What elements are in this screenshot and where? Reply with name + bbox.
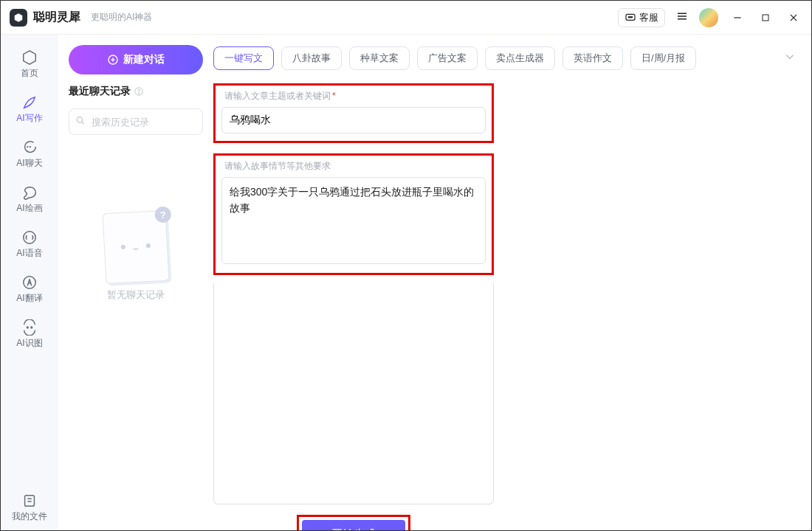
sidebar-item-translate[interactable]: AI翻译 — [1, 267, 58, 312]
sidebar-item-voice[interactable]: AI语音 — [1, 222, 58, 267]
history-search-input[interactable] — [69, 108, 203, 135]
generate-button[interactable]: 开始生成 — [302, 520, 405, 530]
app-logo-icon — [10, 9, 27, 27]
svg-rect-8 — [763, 15, 768, 21]
sidebar-item-label: AI聊天 — [16, 157, 42, 170]
category-row: 一键写文 八卦故事 种草文案 广告文案 卖点生成器 英语作文 日/周/月报 — [213, 46, 796, 70]
avatar[interactable] — [699, 8, 718, 27]
empty-history: ? 暂无聊天记录 — [69, 212, 203, 302]
support-label: 客服 — [639, 11, 658, 24]
new-chat-label: 新建对话 — [123, 53, 165, 66]
category-pill[interactable]: 卖点生成器 — [485, 46, 555, 70]
new-chat-button[interactable]: 新建对话 — [69, 45, 203, 74]
menu-button[interactable] — [675, 10, 689, 26]
generate-button-highlight: 开始生成 — [297, 515, 410, 530]
sidebar-item-label: AI语音 — [16, 247, 42, 260]
sidebar-item-label: AI写作 — [16, 112, 42, 125]
sidebar-item-myfiles[interactable]: 我的文件 — [1, 485, 58, 530]
empty-illustration: ? — [103, 210, 170, 284]
detail-field-group: 请输入故事情节等其他要求 — [213, 153, 494, 275]
history-search[interactable] — [69, 108, 203, 135]
svg-rect-17 — [25, 496, 35, 507]
svg-point-12 — [30, 147, 30, 148]
recent-history-title: 最近聊天记录 — [69, 85, 203, 98]
category-pill[interactable]: 种草文案 — [349, 46, 410, 70]
svg-point-14 — [24, 277, 36, 289]
category-pill[interactable]: 一键写文 — [213, 46, 274, 70]
sidebar-item-home[interactable]: 首页 — [1, 42, 58, 87]
search-icon — [75, 115, 86, 129]
detail-label: 请输入故事情节等其他要求 — [224, 160, 486, 173]
support-button[interactable]: 客服 — [618, 8, 665, 27]
app-tagline: 更聪明的AI神器 — [91, 11, 152, 24]
sidebar-item-image[interactable]: AI识图 — [1, 312, 58, 357]
svg-point-24 — [139, 93, 140, 94]
sidebar: 首页 AI写作 AI聊天 AI绘画 AI语音 AI翻译 — [1, 35, 58, 530]
history-column: 新建对话 最近聊天记录 ? 暂无聊天记录 — [58, 35, 213, 530]
svg-point-1 — [628, 16, 629, 17]
sidebar-item-label: 我的文件 — [12, 510, 47, 523]
detail-textarea[interactable] — [221, 177, 486, 264]
topic-label: 请输入文章主题或者关键词* — [224, 90, 486, 103]
svg-line-26 — [82, 122, 84, 125]
help-icon — [134, 86, 144, 97]
svg-point-25 — [77, 117, 83, 123]
category-pill[interactable]: 广告文案 — [417, 46, 478, 70]
window-close-button[interactable] — [785, 13, 802, 23]
svg-point-3 — [631, 16, 632, 17]
topic-input[interactable] — [221, 107, 486, 133]
svg-point-2 — [630, 16, 630, 17]
empty-text: 暂无聊天记录 — [107, 288, 165, 302]
sidebar-item-chat[interactable]: AI聊天 — [1, 132, 58, 177]
titlebar: 聪明灵犀 更聪明的AI神器 客服 — [1, 1, 811, 35]
main-panel: 一键写文 八卦故事 种草文案 广告文案 卖点生成器 英语作文 日/周/月报 请输… — [213, 35, 811, 530]
textarea-extended-body[interactable] — [213, 283, 494, 504]
sidebar-item-label: 首页 — [21, 67, 38, 80]
window-minimize-button[interactable] — [729, 13, 746, 23]
svg-point-16 — [31, 327, 32, 328]
sidebar-item-draw[interactable]: AI绘画 — [1, 177, 58, 222]
category-pill[interactable]: 八卦故事 — [281, 46, 342, 70]
window-maximize-button[interactable] — [757, 13, 774, 22]
topic-field-group: 请输入文章主题或者关键词* — [213, 83, 494, 143]
expand-toggle[interactable] — [783, 50, 796, 66]
svg-point-15 — [27, 327, 28, 328]
sidebar-item-label: AI识图 — [16, 337, 42, 350]
svg-point-13 — [24, 232, 36, 244]
sidebar-item-label: AI绘画 — [16, 202, 42, 215]
svg-point-11 — [27, 147, 28, 148]
category-pill[interactable]: 英语作文 — [562, 46, 623, 70]
sidebar-item-writing[interactable]: AI写作 — [1, 87, 58, 132]
app-name: 聪明灵犀 — [33, 10, 80, 25]
sidebar-item-label: AI翻译 — [16, 292, 42, 305]
category-pill[interactable]: 日/周/月报 — [630, 46, 696, 70]
